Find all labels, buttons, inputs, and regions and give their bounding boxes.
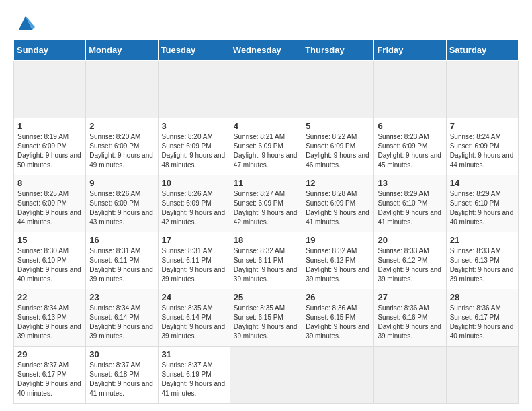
day-info: Sunrise: 8:26 AMSunset: 6:09 PMDaylight:… <box>89 189 154 227</box>
day-cell: 21 Sunrise: 8:33 AMSunset: 6:13 PMDaylig… <box>446 232 518 289</box>
day-cell <box>230 61 302 118</box>
day-cell: 25 Sunrise: 8:35 AMSunset: 6:15 PMDaylig… <box>230 289 302 347</box>
week-row-5: 29 Sunrise: 8:37 AMSunset: 6:17 PMDaylig… <box>14 347 519 404</box>
day-cell: 22 Sunrise: 8:34 AMSunset: 6:13 PMDaylig… <box>14 289 86 347</box>
day-cell: 16 Sunrise: 8:31 AMSunset: 6:11 PMDaylig… <box>86 232 158 289</box>
day-number: 12 <box>306 178 370 188</box>
day-number: 2 <box>89 121 154 131</box>
day-info: Sunrise: 8:31 AMSunset: 6:11 PMDaylight:… <box>89 246 154 284</box>
day-cell <box>14 61 86 118</box>
day-cell: 31 Sunrise: 8:37 AMSunset: 6:19 PMDaylig… <box>158 347 230 404</box>
day-info: Sunrise: 8:23 AMSunset: 6:09 PMDaylight:… <box>378 132 442 170</box>
day-info: Sunrise: 8:22 AMSunset: 6:09 PMDaylight:… <box>306 132 370 170</box>
day-cell <box>302 61 374 118</box>
day-info: Sunrise: 8:29 AMSunset: 6:10 PMDaylight:… <box>378 189 442 227</box>
column-header-friday: Friday <box>374 40 446 61</box>
day-info: Sunrise: 8:35 AMSunset: 6:14 PMDaylight:… <box>162 304 226 341</box>
day-info: Sunrise: 8:25 AMSunset: 6:09 PMDaylight:… <box>17 189 82 227</box>
day-info: Sunrise: 8:27 AMSunset: 6:09 PMDaylight:… <box>234 189 298 227</box>
day-cell <box>446 61 518 118</box>
day-number: 23 <box>89 292 154 302</box>
week-row-0 <box>14 61 519 118</box>
day-number: 11 <box>234 178 298 188</box>
day-number: 1 <box>17 121 82 131</box>
calendar-table: SundayMondayTuesdayWednesdayThursdayFrid… <box>13 39 519 404</box>
day-number: 14 <box>450 178 515 188</box>
day-cell: 6 Sunrise: 8:23 AMSunset: 6:09 PMDayligh… <box>374 118 446 175</box>
logo <box>13 13 35 32</box>
column-header-sunday: Sunday <box>14 40 86 61</box>
day-number: 16 <box>89 235 154 245</box>
day-cell: 13 Sunrise: 8:29 AMSunset: 6:10 PMDaylig… <box>374 175 446 232</box>
day-cell: 1 Sunrise: 8:19 AMSunset: 6:09 PMDayligh… <box>14 118 86 175</box>
day-number: 29 <box>17 349 82 359</box>
day-cell: 10 Sunrise: 8:26 AMSunset: 6:09 PMDaylig… <box>158 175 230 232</box>
day-number: 19 <box>306 235 370 245</box>
column-header-tuesday: Tuesday <box>158 40 230 61</box>
day-info: Sunrise: 8:33 AMSunset: 6:12 PMDaylight:… <box>378 246 442 284</box>
day-cell <box>302 347 374 404</box>
day-info: Sunrise: 8:28 AMSunset: 6:09 PMDaylight:… <box>306 189 370 227</box>
day-info: Sunrise: 8:35 AMSunset: 6:15 PMDaylight:… <box>234 304 298 341</box>
header-row: SundayMondayTuesdayWednesdayThursdayFrid… <box>14 40 519 61</box>
day-number: 5 <box>306 121 370 131</box>
day-number: 10 <box>162 178 226 188</box>
day-cell: 8 Sunrise: 8:25 AMSunset: 6:09 PMDayligh… <box>14 175 86 232</box>
day-info: Sunrise: 8:37 AMSunset: 6:18 PMDaylight:… <box>89 361 154 398</box>
day-info: Sunrise: 8:32 AMSunset: 6:12 PMDaylight:… <box>306 246 370 284</box>
day-info: Sunrise: 8:30 AMSunset: 6:10 PMDaylight:… <box>17 246 82 284</box>
day-cell: 27 Sunrise: 8:36 AMSunset: 6:16 PMDaylig… <box>374 289 446 347</box>
day-info: Sunrise: 8:29 AMSunset: 6:10 PMDaylight:… <box>450 189 515 227</box>
day-number: 18 <box>234 235 298 245</box>
day-number: 3 <box>162 121 226 131</box>
week-row-3: 15 Sunrise: 8:30 AMSunset: 6:10 PMDaylig… <box>14 232 519 289</box>
day-info: Sunrise: 8:19 AMSunset: 6:09 PMDaylight:… <box>17 132 82 170</box>
day-info: Sunrise: 8:36 AMSunset: 6:16 PMDaylight:… <box>378 304 442 341</box>
day-number: 22 <box>17 292 82 302</box>
day-cell <box>158 61 230 118</box>
day-number: 13 <box>378 178 442 188</box>
column-header-wednesday: Wednesday <box>230 40 302 61</box>
day-cell: 9 Sunrise: 8:26 AMSunset: 6:09 PMDayligh… <box>86 175 158 232</box>
day-number: 4 <box>234 121 298 131</box>
week-row-4: 22 Sunrise: 8:34 AMSunset: 6:13 PMDaylig… <box>14 289 519 347</box>
day-number: 9 <box>89 178 154 188</box>
day-cell: 24 Sunrise: 8:35 AMSunset: 6:14 PMDaylig… <box>158 289 230 347</box>
day-cell: 11 Sunrise: 8:27 AMSunset: 6:09 PMDaylig… <box>230 175 302 232</box>
day-cell: 18 Sunrise: 8:32 AMSunset: 6:11 PMDaylig… <box>230 232 302 289</box>
day-cell: 2 Sunrise: 8:20 AMSunset: 6:09 PMDayligh… <box>86 118 158 175</box>
day-number: 24 <box>162 292 226 302</box>
day-cell: 15 Sunrise: 8:30 AMSunset: 6:10 PMDaylig… <box>14 232 86 289</box>
day-number: 7 <box>450 121 515 131</box>
day-number: 8 <box>17 178 82 188</box>
logo-icon <box>16 13 35 32</box>
day-number: 20 <box>378 235 442 245</box>
day-cell: 17 Sunrise: 8:31 AMSunset: 6:11 PMDaylig… <box>158 232 230 289</box>
day-number: 28 <box>450 292 515 302</box>
day-info: Sunrise: 8:37 AMSunset: 6:17 PMDaylight:… <box>17 361 82 398</box>
day-info: Sunrise: 8:36 AMSunset: 6:17 PMDaylight:… <box>450 304 515 341</box>
day-info: Sunrise: 8:36 AMSunset: 6:15 PMDaylight:… <box>306 304 370 341</box>
day-cell: 7 Sunrise: 8:24 AMSunset: 6:09 PMDayligh… <box>446 118 518 175</box>
header <box>13 13 519 32</box>
day-info: Sunrise: 8:24 AMSunset: 6:09 PMDaylight:… <box>450 132 515 170</box>
day-cell <box>446 347 518 404</box>
day-cell: 29 Sunrise: 8:37 AMSunset: 6:17 PMDaylig… <box>14 347 86 404</box>
day-cell: 4 Sunrise: 8:21 AMSunset: 6:09 PMDayligh… <box>230 118 302 175</box>
week-row-1: 1 Sunrise: 8:19 AMSunset: 6:09 PMDayligh… <box>14 118 519 175</box>
day-info: Sunrise: 8:21 AMSunset: 6:09 PMDaylight:… <box>234 132 298 170</box>
day-info: Sunrise: 8:31 AMSunset: 6:11 PMDaylight:… <box>162 246 226 284</box>
day-cell: 14 Sunrise: 8:29 AMSunset: 6:10 PMDaylig… <box>446 175 518 232</box>
day-info: Sunrise: 8:34 AMSunset: 6:14 PMDaylight:… <box>89 304 154 341</box>
day-cell <box>374 61 446 118</box>
day-cell <box>230 347 302 404</box>
column-header-thursday: Thursday <box>302 40 374 61</box>
day-cell: 19 Sunrise: 8:32 AMSunset: 6:12 PMDaylig… <box>302 232 374 289</box>
day-cell: 3 Sunrise: 8:20 AMSunset: 6:09 PMDayligh… <box>158 118 230 175</box>
day-cell <box>86 61 158 118</box>
day-cell: 12 Sunrise: 8:28 AMSunset: 6:09 PMDaylig… <box>302 175 374 232</box>
day-info: Sunrise: 8:32 AMSunset: 6:11 PMDaylight:… <box>234 246 298 284</box>
day-number: 17 <box>162 235 226 245</box>
day-number: 21 <box>450 235 515 245</box>
day-cell: 23 Sunrise: 8:34 AMSunset: 6:14 PMDaylig… <box>86 289 158 347</box>
